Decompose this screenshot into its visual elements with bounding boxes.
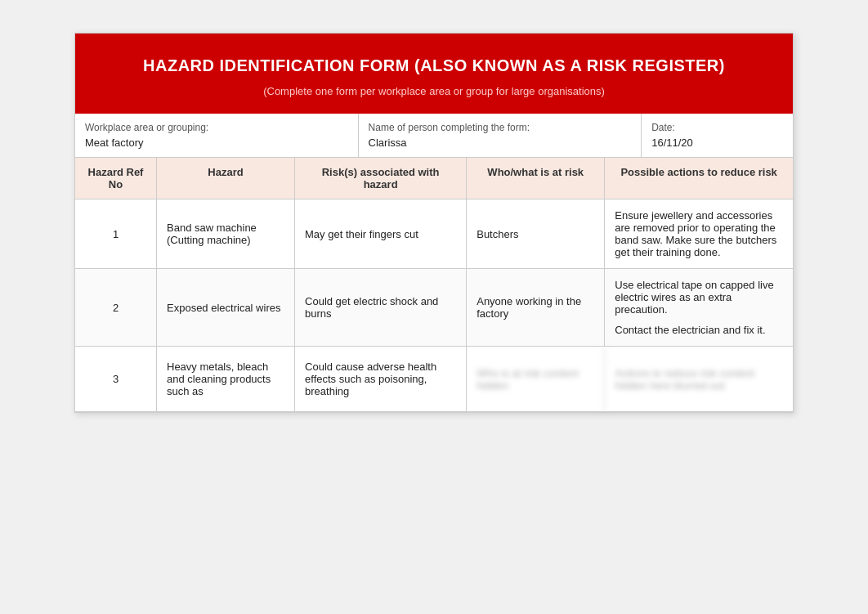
- table-row: 1 Band saw machine (Cutting machine) May…: [75, 199, 793, 269]
- row1-ref: 1: [75, 199, 157, 268]
- table-row: 2 Exposed electrical wires Could get ele…: [75, 269, 793, 347]
- person-label: Name of person completing the form:: [369, 122, 632, 133]
- row1-actions: Ensure jewellery and accessories are rem…: [605, 199, 793, 268]
- col-header-risk: Risk(s) associated with hazard: [295, 158, 467, 199]
- row1-risk: May get their fingers cut: [295, 199, 467, 268]
- row2-actions-line1: Use electrical tape on capped live elect…: [615, 279, 783, 316]
- row1-hazard: Band saw machine (Cutting machine): [157, 199, 295, 268]
- col-header-who: Who/what is at risk: [467, 158, 605, 199]
- table-row: 3 Heavy metals, bleach and cleaning prod…: [75, 347, 793, 412]
- row3-who: Who is at risk content hidden: [467, 347, 605, 411]
- person-cell: Name of person completing the form: Clar…: [359, 114, 642, 157]
- row3-actions: Actions to reduce risk content hidden he…: [605, 347, 793, 411]
- form-title: HAZARD IDENTIFICATION FORM (ALSO KNOWN A…: [92, 56, 776, 75]
- row2-hazard: Exposed electrical wires: [157, 269, 295, 346]
- person-value: Clarissa: [369, 137, 632, 149]
- col-header-hazard: Hazard: [157, 158, 295, 199]
- row2-ref: 2: [75, 269, 157, 346]
- row2-who: Anyone working in the factory: [467, 269, 605, 346]
- row1-who: Butchers: [467, 199, 605, 268]
- date-cell: Date: 16/11/20: [642, 114, 793, 157]
- col-header-ref: Hazard Ref No: [75, 158, 157, 199]
- row3-ref: 3: [75, 347, 157, 411]
- row2-actions-line2: Contact the electrician and fix it.: [615, 324, 765, 336]
- date-value: 16/11/20: [651, 137, 783, 149]
- row3-hazard: Heavy metals, bleach and cleaning produc…: [157, 347, 295, 411]
- workplace-value: Meat factory: [85, 137, 348, 149]
- row2-actions: Use electrical tape on capped live elect…: [605, 269, 793, 346]
- workplace-cell: Workplace area or grouping: Meat factory: [75, 114, 359, 157]
- row2-risk: Could get electric shock and burns: [295, 269, 467, 346]
- form-subtitle: (Complete one form per workplace area or…: [92, 85, 776, 97]
- col-header-actions: Possible actions to reduce risk: [605, 158, 793, 199]
- form-container: HAZARD IDENTIFICATION FORM (ALSO KNOWN A…: [74, 33, 794, 413]
- form-header: HAZARD IDENTIFICATION FORM (ALSO KNOWN A…: [75, 34, 793, 114]
- date-label: Date:: [651, 122, 783, 133]
- table-header: Hazard Ref No Hazard Risk(s) associated …: [75, 158, 793, 199]
- workplace-label: Workplace area or grouping:: [85, 122, 348, 133]
- row3-risk: Could cause adverse health effects such …: [295, 347, 467, 411]
- info-row: Workplace area or grouping: Meat factory…: [75, 114, 793, 158]
